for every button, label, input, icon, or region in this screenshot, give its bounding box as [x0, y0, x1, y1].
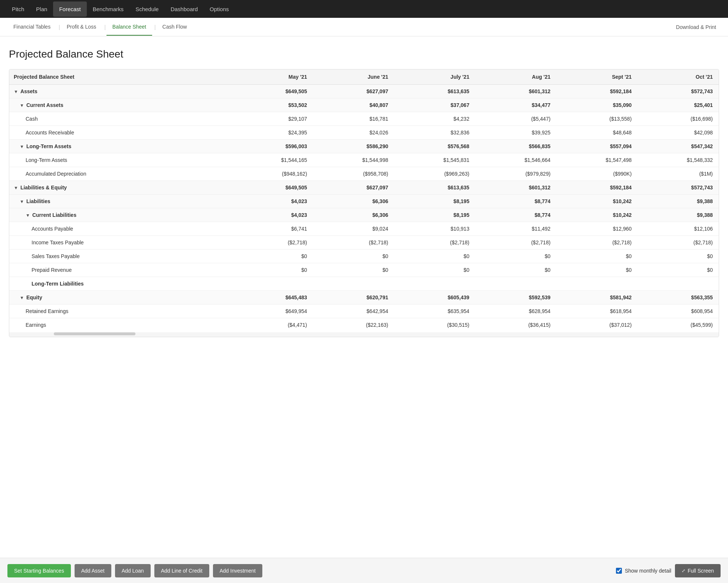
row-value: ($5,447): [475, 112, 557, 126]
row-value: $12,106: [637, 222, 719, 236]
horizontal-scrollbar[interactable]: [9, 332, 719, 337]
add-investment-button[interactable]: Add Investment: [213, 564, 262, 577]
table-row: ▼Current Liabilities$4,023$6,306$8,195$8…: [9, 208, 719, 222]
row-value: $627,097: [313, 181, 394, 195]
row-label: Long-Term Assets: [26, 143, 71, 149]
scrollbar-thumb[interactable]: [54, 332, 135, 335]
row-value: $4,023: [232, 208, 313, 222]
row-value: $0: [313, 250, 394, 263]
collapse-icon[interactable]: ▼: [14, 89, 18, 94]
row-value: $29,107: [232, 112, 313, 126]
row-value: $0: [557, 263, 638, 277]
table-row: ▼Equity$645,483$620,791$605,439$592,539$…: [9, 291, 719, 304]
top-navigation: Pitch Plan Forecast Benchmarks Schedule …: [0, 0, 728, 18]
add-loan-button[interactable]: Add Loan: [115, 564, 151, 577]
row-value: $12,960: [557, 222, 638, 236]
download-print-button[interactable]: Download & Print: [672, 21, 721, 33]
row-value: $8,774: [475, 195, 557, 208]
row-value: $592,539: [475, 291, 557, 304]
row-value: ($36,415): [475, 318, 557, 332]
nav-dashboard[interactable]: Dashboard: [165, 1, 204, 17]
row-value: ($958,708): [313, 167, 394, 181]
nav-options[interactable]: Options: [204, 1, 235, 17]
row-value: $9,388: [637, 195, 719, 208]
row-value: $1,548,332: [637, 153, 719, 167]
row-value: $572,743: [637, 85, 719, 98]
col-header-sep21: Sept '21: [557, 69, 638, 85]
row-value: ($2,718): [394, 236, 475, 250]
show-monthly-detail-label: Show monthly detail: [625, 568, 671, 574]
row-label: Retained Earnings: [26, 308, 68, 314]
row-value: $1,544,165: [232, 153, 313, 167]
row-value: $37,067: [394, 98, 475, 112]
row-value: ($969,263): [394, 167, 475, 181]
tab-financial-tables[interactable]: Financial Tables: [7, 19, 56, 36]
row-value: $6,741: [232, 222, 313, 236]
row-value: $0: [557, 250, 638, 263]
bottom-toolbar: Set Starting Balances Add Asset Add Loan…: [0, 558, 728, 582]
collapse-icon[interactable]: ▼: [20, 144, 24, 149]
row-value: $34,477: [475, 98, 557, 112]
row-value: $547,342: [637, 140, 719, 153]
set-starting-balances-button[interactable]: Set Starting Balances: [7, 564, 71, 577]
row-value: ($45,599): [637, 318, 719, 332]
collapse-icon[interactable]: ▼: [26, 213, 30, 218]
tab-cash-flow[interactable]: Cash Flow: [157, 19, 193, 36]
row-value: $642,954: [313, 304, 394, 318]
collapse-icon[interactable]: ▼: [20, 199, 24, 204]
row-value: $10,242: [557, 195, 638, 208]
sub-navigation: Financial Tables | Profit & Loss | Balan…: [0, 18, 728, 36]
add-line-of-credit-button[interactable]: Add Line of Credit: [154, 564, 209, 577]
row-value: $24,026: [313, 126, 394, 140]
nav-benchmarks[interactable]: Benchmarks: [87, 1, 129, 17]
nav-divider-1: |: [59, 24, 60, 30]
table-row: Accounts Payable$6,741$9,024$10,913$11,4…: [9, 222, 719, 236]
row-value: $16,781: [313, 112, 394, 126]
nav-forecast[interactable]: Forecast: [53, 1, 86, 17]
table-row: Long-Term Assets$1,544,165$1,544,998$1,5…: [9, 153, 719, 167]
row-label: Current Liabilities: [32, 212, 76, 218]
collapse-icon[interactable]: ▼: [20, 103, 24, 108]
table-row: Sales Taxes Payable$0$0$0$0$0$0: [9, 250, 719, 263]
col-header-jun21: June '21: [313, 69, 394, 85]
row-value: $10,242: [557, 208, 638, 222]
row-value: $576,568: [394, 140, 475, 153]
row-label: Equity: [26, 294, 42, 300]
row-value: $0: [232, 263, 313, 277]
row-value: $4,023: [232, 195, 313, 208]
row-label: Sales Taxes Payable: [32, 253, 80, 259]
nav-schedule[interactable]: Schedule: [129, 1, 165, 17]
row-label: Assets: [20, 88, 37, 94]
show-monthly-detail-checkbox[interactable]: [616, 568, 622, 574]
row-value: $11,492: [475, 222, 557, 236]
row-value: $0: [394, 250, 475, 263]
tab-profit-loss[interactable]: Profit & Loss: [61, 19, 102, 36]
row-value: $596,003: [232, 140, 313, 153]
collapse-icon[interactable]: ▼: [20, 295, 24, 300]
row-value: $566,835: [475, 140, 557, 153]
table-row: Income Taxes Payable($2,718)($2,718)($2,…: [9, 236, 719, 250]
nav-plan[interactable]: Plan: [30, 1, 53, 17]
row-label: Accumulated Depreciation: [26, 171, 86, 177]
add-asset-button[interactable]: Add Asset: [75, 564, 111, 577]
table-row: Long-Term Liabilities: [9, 277, 719, 291]
nav-pitch[interactable]: Pitch: [6, 1, 30, 17]
table-row: ▼Liabilities & Equity$649,505$627,097$61…: [9, 181, 719, 195]
row-value: $32,836: [394, 126, 475, 140]
collapse-icon[interactable]: ▼: [14, 185, 18, 190]
tab-balance-sheet[interactable]: Balance Sheet: [106, 19, 152, 36]
row-value: [232, 277, 313, 291]
full-screen-button[interactable]: ⤢ Full Screen: [675, 564, 721, 577]
row-value: $608,954: [637, 304, 719, 318]
row-value: $581,942: [557, 291, 638, 304]
table-row: Retained Earnings$649,954$642,954$635,95…: [9, 304, 719, 318]
row-value: $42,098: [637, 126, 719, 140]
table-header-row: Projected Balance Sheet May '21 June '21…: [9, 69, 719, 85]
row-value: ($948,162): [232, 167, 313, 181]
full-screen-label: Full Screen: [688, 568, 714, 574]
row-value: [637, 277, 719, 291]
row-value: $1,544,998: [313, 153, 394, 167]
row-value: $620,791: [313, 291, 394, 304]
row-value: $8,774: [475, 208, 557, 222]
row-value: $39,925: [475, 126, 557, 140]
